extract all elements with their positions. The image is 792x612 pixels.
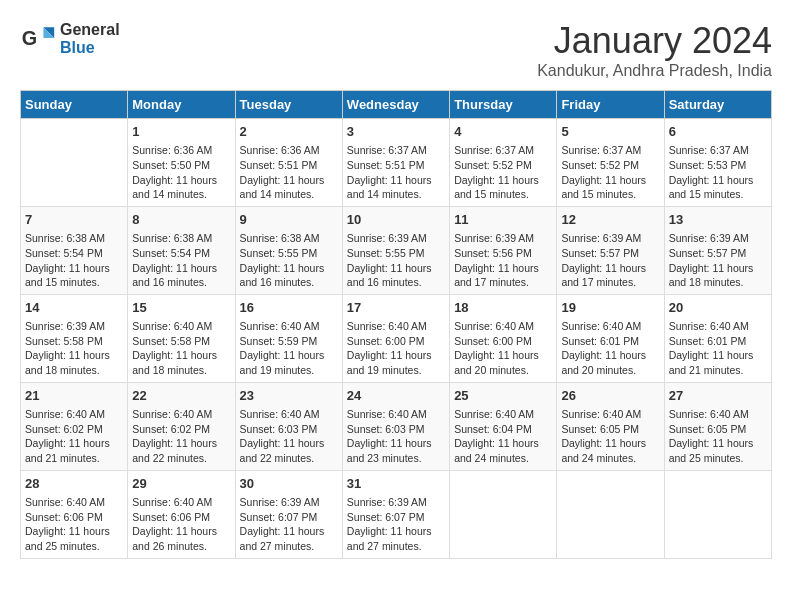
- cell-content: Sunrise: 6:40 AMSunset: 6:03 PMDaylight:…: [347, 407, 445, 466]
- calendar-cell: 11Sunrise: 6:39 AMSunset: 5:56 PMDayligh…: [450, 206, 557, 294]
- calendar-cell: 29Sunrise: 6:40 AMSunset: 6:06 PMDayligh…: [128, 470, 235, 558]
- calendar-cell: 3Sunrise: 6:37 AMSunset: 5:51 PMDaylight…: [342, 119, 449, 207]
- cell-content: Sunrise: 6:40 AMSunset: 6:01 PMDaylight:…: [561, 319, 659, 378]
- calendar-cell: 28Sunrise: 6:40 AMSunset: 6:06 PMDayligh…: [21, 470, 128, 558]
- cell-content: Sunrise: 6:39 AMSunset: 6:07 PMDaylight:…: [240, 495, 338, 554]
- month-title: January 2024: [537, 20, 772, 62]
- day-number: 23: [240, 387, 338, 405]
- day-number: 11: [454, 211, 552, 229]
- day-number: 2: [240, 123, 338, 141]
- day-number: 7: [25, 211, 123, 229]
- day-number: 13: [669, 211, 767, 229]
- calendar-cell: 27Sunrise: 6:40 AMSunset: 6:05 PMDayligh…: [664, 382, 771, 470]
- calendar-cell: 18Sunrise: 6:40 AMSunset: 6:00 PMDayligh…: [450, 294, 557, 382]
- day-number: 17: [347, 299, 445, 317]
- week-row-3: 14Sunrise: 6:39 AMSunset: 5:58 PMDayligh…: [21, 294, 772, 382]
- calendar-cell: [557, 470, 664, 558]
- day-header-saturday: Saturday: [664, 91, 771, 119]
- calendar-table: SundayMondayTuesdayWednesdayThursdayFrid…: [20, 90, 772, 559]
- day-number: 25: [454, 387, 552, 405]
- day-header-friday: Friday: [557, 91, 664, 119]
- day-number: 21: [25, 387, 123, 405]
- cell-content: Sunrise: 6:40 AMSunset: 6:00 PMDaylight:…: [347, 319, 445, 378]
- cell-content: Sunrise: 6:40 AMSunset: 6:04 PMDaylight:…: [454, 407, 552, 466]
- day-number: 16: [240, 299, 338, 317]
- cell-content: Sunrise: 6:38 AMSunset: 5:54 PMDaylight:…: [25, 231, 123, 290]
- calendar-cell: 1Sunrise: 6:36 AMSunset: 5:50 PMDaylight…: [128, 119, 235, 207]
- logo-general: General: [60, 21, 120, 38]
- day-number: 28: [25, 475, 123, 493]
- week-row-1: 1Sunrise: 6:36 AMSunset: 5:50 PMDaylight…: [21, 119, 772, 207]
- cell-content: Sunrise: 6:38 AMSunset: 5:55 PMDaylight:…: [240, 231, 338, 290]
- cell-content: Sunrise: 6:36 AMSunset: 5:51 PMDaylight:…: [240, 143, 338, 202]
- cell-content: Sunrise: 6:40 AMSunset: 5:58 PMDaylight:…: [132, 319, 230, 378]
- svg-text:G: G: [22, 27, 37, 49]
- day-header-tuesday: Tuesday: [235, 91, 342, 119]
- day-number: 31: [347, 475, 445, 493]
- calendar-cell: 6Sunrise: 6:37 AMSunset: 5:53 PMDaylight…: [664, 119, 771, 207]
- calendar-cell: 30Sunrise: 6:39 AMSunset: 6:07 PMDayligh…: [235, 470, 342, 558]
- cell-content: Sunrise: 6:40 AMSunset: 6:03 PMDaylight:…: [240, 407, 338, 466]
- cell-content: Sunrise: 6:39 AMSunset: 6:07 PMDaylight:…: [347, 495, 445, 554]
- day-number: 1: [132, 123, 230, 141]
- cell-content: Sunrise: 6:40 AMSunset: 6:02 PMDaylight:…: [132, 407, 230, 466]
- calendar-cell: 14Sunrise: 6:39 AMSunset: 5:58 PMDayligh…: [21, 294, 128, 382]
- day-number: 14: [25, 299, 123, 317]
- calendar-cell: 4Sunrise: 6:37 AMSunset: 5:52 PMDaylight…: [450, 119, 557, 207]
- calendar-cell: 22Sunrise: 6:40 AMSunset: 6:02 PMDayligh…: [128, 382, 235, 470]
- title-area: January 2024 Kandukur, Andhra Pradesh, I…: [537, 20, 772, 80]
- cell-content: Sunrise: 6:37 AMSunset: 5:53 PMDaylight:…: [669, 143, 767, 202]
- calendar-cell: 25Sunrise: 6:40 AMSunset: 6:04 PMDayligh…: [450, 382, 557, 470]
- cell-content: Sunrise: 6:40 AMSunset: 6:02 PMDaylight:…: [25, 407, 123, 466]
- day-number: 19: [561, 299, 659, 317]
- cell-content: Sunrise: 6:39 AMSunset: 5:55 PMDaylight:…: [347, 231, 445, 290]
- day-number: 5: [561, 123, 659, 141]
- logo: G General Blue: [20, 20, 120, 56]
- day-number: 4: [454, 123, 552, 141]
- calendar-cell: 20Sunrise: 6:40 AMSunset: 6:01 PMDayligh…: [664, 294, 771, 382]
- cell-content: Sunrise: 6:40 AMSunset: 6:06 PMDaylight:…: [25, 495, 123, 554]
- cell-content: Sunrise: 6:40 AMSunset: 6:00 PMDaylight:…: [454, 319, 552, 378]
- logo-blue: Blue: [60, 39, 95, 56]
- day-header-sunday: Sunday: [21, 91, 128, 119]
- day-number: 30: [240, 475, 338, 493]
- calendar-cell: [664, 470, 771, 558]
- day-number: 8: [132, 211, 230, 229]
- cell-content: Sunrise: 6:40 AMSunset: 5:59 PMDaylight:…: [240, 319, 338, 378]
- day-number: 3: [347, 123, 445, 141]
- cell-content: Sunrise: 6:38 AMSunset: 5:54 PMDaylight:…: [132, 231, 230, 290]
- cell-content: Sunrise: 6:40 AMSunset: 6:05 PMDaylight:…: [561, 407, 659, 466]
- cell-content: Sunrise: 6:37 AMSunset: 5:52 PMDaylight:…: [454, 143, 552, 202]
- day-number: 26: [561, 387, 659, 405]
- calendar-cell: 24Sunrise: 6:40 AMSunset: 6:03 PMDayligh…: [342, 382, 449, 470]
- cell-content: Sunrise: 6:39 AMSunset: 5:58 PMDaylight:…: [25, 319, 123, 378]
- cell-content: Sunrise: 6:37 AMSunset: 5:52 PMDaylight:…: [561, 143, 659, 202]
- day-header-monday: Monday: [128, 91, 235, 119]
- week-row-2: 7Sunrise: 6:38 AMSunset: 5:54 PMDaylight…: [21, 206, 772, 294]
- page-header: G General Blue January 2024 Kandukur, An…: [20, 20, 772, 80]
- cell-content: Sunrise: 6:39 AMSunset: 5:57 PMDaylight:…: [561, 231, 659, 290]
- calendar-cell: 17Sunrise: 6:40 AMSunset: 6:00 PMDayligh…: [342, 294, 449, 382]
- day-number: 9: [240, 211, 338, 229]
- calendar-cell: 8Sunrise: 6:38 AMSunset: 5:54 PMDaylight…: [128, 206, 235, 294]
- cell-content: Sunrise: 6:37 AMSunset: 5:51 PMDaylight:…: [347, 143, 445, 202]
- week-row-4: 21Sunrise: 6:40 AMSunset: 6:02 PMDayligh…: [21, 382, 772, 470]
- week-row-5: 28Sunrise: 6:40 AMSunset: 6:06 PMDayligh…: [21, 470, 772, 558]
- day-number: 15: [132, 299, 230, 317]
- day-header-thursday: Thursday: [450, 91, 557, 119]
- day-number: 6: [669, 123, 767, 141]
- calendar-cell: 9Sunrise: 6:38 AMSunset: 5:55 PMDaylight…: [235, 206, 342, 294]
- calendar-cell: 26Sunrise: 6:40 AMSunset: 6:05 PMDayligh…: [557, 382, 664, 470]
- calendar-cell: [21, 119, 128, 207]
- calendar-cell: 2Sunrise: 6:36 AMSunset: 5:51 PMDaylight…: [235, 119, 342, 207]
- calendar-cell: 7Sunrise: 6:38 AMSunset: 5:54 PMDaylight…: [21, 206, 128, 294]
- day-number: 20: [669, 299, 767, 317]
- calendar-cell: 16Sunrise: 6:40 AMSunset: 5:59 PMDayligh…: [235, 294, 342, 382]
- days-header-row: SundayMondayTuesdayWednesdayThursdayFrid…: [21, 91, 772, 119]
- day-number: 29: [132, 475, 230, 493]
- cell-content: Sunrise: 6:40 AMSunset: 6:05 PMDaylight:…: [669, 407, 767, 466]
- cell-content: Sunrise: 6:40 AMSunset: 6:01 PMDaylight:…: [669, 319, 767, 378]
- calendar-cell: 21Sunrise: 6:40 AMSunset: 6:02 PMDayligh…: [21, 382, 128, 470]
- cell-content: Sunrise: 6:39 AMSunset: 5:57 PMDaylight:…: [669, 231, 767, 290]
- day-number: 27: [669, 387, 767, 405]
